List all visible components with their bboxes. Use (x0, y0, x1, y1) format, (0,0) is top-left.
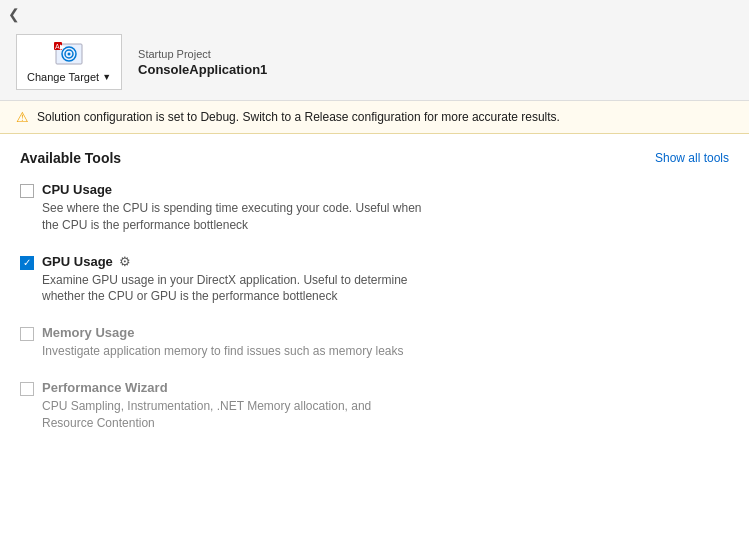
memory-usage-name: Memory Usage (42, 325, 134, 340)
tool-item-gpu: ✓ GPU Usage ⚙ Examine GPU usage in your … (20, 254, 729, 306)
startup-info: Startup Project ConsoleApplication1 (138, 48, 267, 77)
gpu-checkmark: ✓ (23, 258, 31, 268)
main-content: Available Tools Show all tools CPU Usage… (0, 134, 749, 545)
available-tools-title: Available Tools (20, 150, 121, 166)
memory-usage-content: Memory Usage Investigate application mem… (42, 325, 729, 360)
warning-bar: ⚠ Solution configuration is set to Debug… (0, 101, 749, 134)
gpu-usage-desc: Examine GPU usage in your DirectX applic… (42, 272, 422, 306)
warning-text: Solution configuration is set to Debug. … (37, 110, 560, 124)
perf-wizard-checkbox[interactable] (20, 382, 34, 396)
tool-item-memory: Memory Usage Investigate application mem… (20, 325, 729, 360)
change-label: Change (27, 71, 66, 83)
tool-item-perf-wizard: Performance Wizard CPU Sampling, Instrum… (20, 380, 729, 432)
cpu-usage-content: CPU Usage See where the CPU is spending … (42, 182, 729, 234)
nav-back-icon[interactable]: ❮ (2, 4, 26, 24)
warning-icon: ⚠ (16, 109, 29, 125)
gpu-usage-content: GPU Usage ⚙ Examine GPU usage in your Di… (42, 254, 729, 306)
gpu-gear-icon[interactable]: ⚙ (119, 254, 131, 269)
gpu-usage-checkbox[interactable]: ✓ (20, 256, 34, 270)
tool-item-cpu: CPU Usage See where the CPU is spending … (20, 182, 729, 234)
perf-wizard-name-row: Performance Wizard (42, 380, 729, 395)
change-target-button[interactable]: A▶ Change Target ▼ (16, 34, 122, 90)
show-all-tools-link[interactable]: Show all tools (655, 151, 729, 165)
section-header: Available Tools Show all tools (20, 150, 729, 166)
target-label: Target (69, 71, 100, 83)
startup-project-name: ConsoleApplication1 (138, 62, 267, 77)
cpu-name-row: CPU Usage (42, 182, 729, 197)
gpu-usage-name: GPU Usage (42, 254, 113, 269)
perf-wizard-content: Performance Wizard CPU Sampling, Instrum… (42, 380, 729, 432)
svg-point-3 (68, 53, 71, 56)
perf-wizard-name: Performance Wizard (42, 380, 168, 395)
startup-project-label: Startup Project (138, 48, 267, 60)
target-icon: A▶ (53, 41, 85, 69)
memory-usage-desc: Investigate application memory to find i… (42, 343, 422, 360)
top-bar: A▶ Change Target ▼ Startup Project Conso… (0, 24, 749, 101)
cpu-usage-desc: See where the CPU is spending time execu… (42, 200, 422, 234)
memory-usage-checkbox[interactable] (20, 327, 34, 341)
memory-name-row: Memory Usage (42, 325, 729, 340)
cpu-usage-name: CPU Usage (42, 182, 112, 197)
cpu-usage-checkbox[interactable] (20, 184, 34, 198)
svg-text:A▶: A▶ (55, 43, 66, 50)
gpu-name-row: GPU Usage ⚙ (42, 254, 729, 269)
dropdown-arrow: ▼ (102, 72, 111, 82)
perf-wizard-desc: CPU Sampling, Instrumentation, .NET Memo… (42, 398, 422, 432)
